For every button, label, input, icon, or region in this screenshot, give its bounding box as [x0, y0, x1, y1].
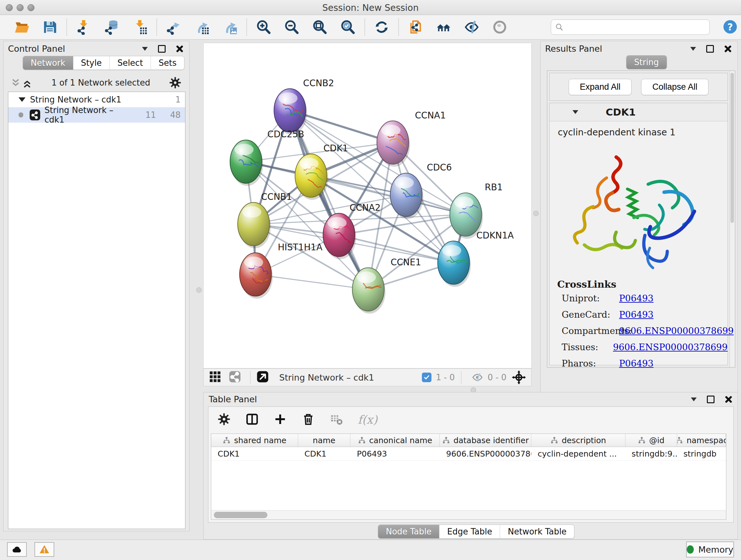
memory-button[interactable]: Memory — [686, 542, 734, 557]
crosslink-link[interactable]: 9606.ENSP00000378699 — [619, 326, 734, 336]
column-header-canonical-name[interactable]: canonical name — [350, 434, 440, 447]
left-splitter-handle[interactable] — [196, 287, 202, 293]
zoom-selected-icon[interactable] — [340, 19, 356, 36]
network-node-hist1h1a[interactable]: HIST1H1A — [240, 242, 322, 299]
crosslink-link[interactable]: 9606.ENSP00000378699 — [613, 342, 728, 353]
scrollbar-thumb[interactable] — [214, 512, 267, 518]
network-collection-row[interactable]: String Network – cdk1 1 — [8, 92, 185, 107]
collapse-all-icon[interactable] — [10, 78, 21, 88]
tab-style[interactable]: Style — [73, 56, 110, 70]
float-panel-icon[interactable] — [690, 47, 696, 51]
zoom-fit-icon[interactable] — [312, 19, 328, 36]
preview-icon[interactable] — [491, 19, 508, 36]
crosslink-label: Pharos: — [557, 358, 619, 369]
maximize-panel-icon[interactable] — [158, 45, 165, 53]
network-node-ccna2[interactable]: CCNA2 — [323, 202, 381, 259]
column-header-namespac[interactable]: namespac — [677, 434, 726, 447]
export-network-icon[interactable] — [165, 19, 182, 36]
crosslink-row: GeneCard:P06493 — [557, 309, 728, 320]
maximize-panel-icon[interactable] — [706, 45, 714, 53]
detach-view-icon[interactable] — [256, 370, 270, 384]
control-panel-tabs: NetworkStyleSelectSets — [23, 56, 185, 70]
zoom-in-icon[interactable] — [255, 19, 272, 36]
network-node-ccnb1[interactable]: CCNB1 — [238, 192, 292, 248]
tab-node-table[interactable]: Node Table — [378, 525, 439, 538]
column-header-shared-name[interactable]: shared name — [211, 434, 298, 447]
column-header-description[interactable]: description — [531, 434, 625, 447]
network-from-file-icon[interactable] — [407, 19, 424, 36]
home-icon[interactable] — [435, 19, 452, 36]
grid-view-icon[interactable] — [209, 370, 223, 384]
import-table-file-icon[interactable] — [131, 19, 148, 36]
network-row-selected[interactable]: String Network – cdk1 11 48 — [8, 107, 185, 123]
results-panel-title: Results Panel — [545, 44, 602, 54]
expand-all-button[interactable]: Expand All — [569, 79, 632, 95]
network-type-icon[interactable] — [228, 370, 243, 384]
network-canvas[interactable]: CCNB2CCNA1CDC25BCDK1CDC6RB1CCNB1CCNA2CDK… — [203, 43, 532, 368]
float-panel-icon[interactable] — [691, 397, 697, 401]
network-node-ccne1[interactable]: CCNE1 — [352, 257, 421, 314]
column-header-name[interactable]: name — [298, 434, 350, 447]
show-columns-icon[interactable] — [246, 413, 259, 427]
export-table-icon[interactable] — [193, 19, 210, 36]
export-image-icon[interactable] — [221, 19, 238, 36]
save-session-icon[interactable] — [42, 19, 58, 36]
refresh-icon[interactable] — [374, 19, 390, 36]
network-node-ccna1[interactable]: CCNA1 — [377, 110, 446, 167]
zoom-out-icon[interactable] — [283, 19, 300, 36]
delete-column-icon[interactable] — [301, 413, 316, 427]
selection-badges: 1 - 0 0 - 0 — [422, 371, 507, 384]
close-panel-icon[interactable] — [176, 45, 184, 53]
tab-edge-table[interactable]: Edge Table — [439, 525, 500, 538]
cloud-button[interactable] — [7, 542, 27, 557]
collection-expander-icon[interactable] — [18, 98, 25, 102]
expand-all-icon[interactable] — [21, 78, 33, 88]
table-cell: 9606.ENSP00000378699 — [440, 447, 531, 460]
selected-count: 1 - 0 — [436, 373, 455, 382]
open-session-icon[interactable] — [13, 19, 30, 36]
table-horizontal-scrollbar[interactable] — [211, 510, 726, 519]
tab-sets[interactable]: Sets — [151, 56, 184, 70]
help-button[interactable]: ? — [723, 19, 738, 35]
network-node-cdkn1a[interactable]: CDKN1A — [438, 230, 514, 287]
tab-network[interactable]: Network — [23, 56, 73, 70]
node-label: CCNE1 — [391, 257, 421, 267]
network-status-dot — [18, 112, 23, 118]
crosslink-link[interactable]: P06493 — [619, 358, 654, 369]
import-network-file-icon[interactable] — [75, 19, 92, 36]
crosslink-link[interactable]: P06493 — [619, 309, 654, 320]
tab-select[interactable]: Select — [110, 56, 151, 70]
network-icon — [30, 110, 40, 120]
results-scrollbar[interactable] — [730, 71, 735, 367]
column-header-database-identifier[interactable]: database identifier — [440, 434, 531, 447]
network-node-ccnb2[interactable]: CCNB2 — [274, 78, 334, 135]
tab-network-table[interactable]: Network Table — [500, 525, 574, 538]
search-input[interactable] — [566, 22, 710, 32]
table-cell: CDK1 — [211, 447, 298, 460]
section-expander-icon[interactable] — [572, 110, 578, 114]
collapse-all-button[interactable]: Collapse All — [641, 79, 709, 95]
table-options-gear-icon[interactable] — [217, 413, 231, 427]
warnings-button[interactable] — [35, 542, 54, 557]
tab-string[interactable]: String — [626, 56, 667, 69]
close-panel-icon[interactable] — [725, 395, 732, 403]
close-panel-icon[interactable] — [724, 45, 732, 53]
search-box — [551, 19, 710, 35]
hide-panels-icon[interactable] — [463, 19, 480, 36]
network-graph[interactable]: CCNB2CCNA1CDC25BCDK1CDC6RB1CCNB1CCNA2CDK… — [204, 43, 531, 368]
node-details-section: CDK1 cyclin-dependent kinase 1 — [549, 103, 728, 365]
add-column-icon[interactable] — [273, 413, 287, 427]
network-options-gear-icon[interactable] — [169, 76, 182, 89]
import-network-database-icon[interactable] — [104, 19, 120, 36]
maximize-panel-icon[interactable] — [707, 395, 715, 403]
float-panel-icon[interactable] — [142, 47, 148, 51]
table-row[interactable]: CDK1CDK1P064939606.ENSP00000378699cyclin… — [211, 447, 726, 461]
results-panel-tabs: String — [626, 55, 667, 69]
right-splitter-handle[interactable] — [533, 211, 539, 216]
crosslink-link[interactable]: P06493 — [619, 293, 654, 304]
node-section-title: CDK1 — [606, 106, 636, 118]
column-header-@id[interactable]: @id — [625, 434, 677, 447]
birdseye-navigator-icon[interactable] — [512, 370, 526, 385]
node-section-header[interactable]: CDK1 — [549, 103, 728, 121]
selected-checkbox-icon[interactable] — [422, 373, 431, 382]
